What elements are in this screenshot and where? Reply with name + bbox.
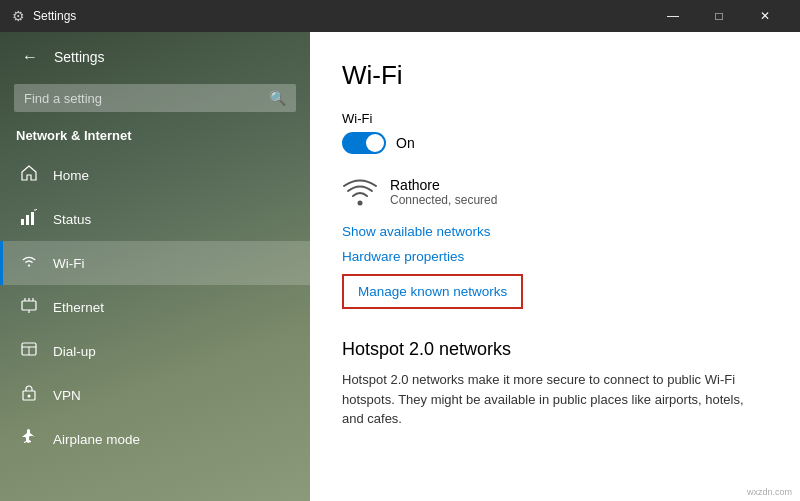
show-networks-link[interactable]: Show available networks	[342, 224, 768, 239]
wifi-toggle-row: On	[342, 132, 768, 154]
sidebar-item-vpn[interactable]: VPN	[0, 373, 310, 417]
wifi-toggle[interactable]	[342, 132, 386, 154]
wifi-label: Wi-Fi	[53, 256, 84, 271]
network-wifi-icon	[342, 174, 378, 210]
title-bar: ⚙ Settings — □ ✕	[0, 0, 800, 32]
svg-point-13	[28, 395, 31, 398]
svg-rect-1	[26, 215, 29, 225]
status-label: Status	[53, 212, 91, 227]
toggle-state-label: On	[396, 135, 415, 151]
vpn-icon	[19, 384, 39, 406]
dialup-label: Dial-up	[53, 344, 96, 359]
connected-network-row: Rathore Connected, secured	[342, 174, 768, 210]
search-button[interactable]: 🔍	[269, 90, 286, 106]
wifi-icon	[19, 252, 39, 274]
svg-rect-4	[22, 301, 36, 310]
home-icon	[19, 164, 39, 186]
app-title: Settings	[54, 49, 105, 65]
sidebar-item-wifi[interactable]: Wi-Fi	[0, 241, 310, 285]
svg-rect-0	[21, 219, 24, 225]
wifi-section-label: Wi-Fi	[342, 111, 768, 126]
dialup-icon	[19, 340, 39, 362]
sidebar-nav: Home Status	[0, 153, 310, 501]
manage-networks-link[interactable]: Manage known networks	[358, 284, 507, 299]
network-status: Connected, secured	[390, 193, 497, 207]
network-info: Rathore Connected, secured	[390, 177, 497, 207]
maximize-button[interactable]: □	[696, 0, 742, 32]
airplane-label: Airplane mode	[53, 432, 140, 447]
hotspot-section: Hotspot 2.0 networks Hotspot 2.0 network…	[342, 339, 768, 429]
close-button[interactable]: ✕	[742, 0, 788, 32]
hotspot-title: Hotspot 2.0 networks	[342, 339, 768, 360]
sidebar-item-status[interactable]: Status	[0, 197, 310, 241]
search-input[interactable]	[24, 91, 261, 106]
manage-networks-box[interactable]: Manage known networks	[342, 274, 523, 309]
status-icon	[19, 208, 39, 230]
page-title: Wi-Fi	[342, 60, 768, 91]
sidebar-item-airplane[interactable]: Airplane mode	[0, 417, 310, 461]
network-name: Rathore	[390, 177, 497, 193]
minimize-button[interactable]: —	[650, 0, 696, 32]
window-controls: — □ ✕	[650, 0, 788, 32]
sidebar-item-dialup[interactable]: Dial-up	[0, 329, 310, 373]
sidebar-section-title: Network & Internet	[0, 124, 310, 153]
hotspot-description: Hotspot 2.0 networks make it more secure…	[342, 370, 768, 429]
main-content: Wi-Fi Wi-Fi On Rathore Connected, secure…	[310, 32, 800, 501]
ethernet-label: Ethernet	[53, 300, 104, 315]
search-box[interactable]: 🔍	[14, 84, 296, 112]
watermark: wxzdn.com	[747, 487, 792, 497]
sidebar-header: ← Settings	[0, 32, 310, 78]
sidebar-item-ethernet[interactable]: Ethernet	[0, 285, 310, 329]
ethernet-icon	[19, 296, 39, 318]
vpn-label: VPN	[53, 388, 81, 403]
title-bar-title: Settings	[33, 9, 76, 23]
home-label: Home	[53, 168, 89, 183]
hardware-properties-link[interactable]: Hardware properties	[342, 249, 768, 264]
airplane-icon	[19, 428, 39, 450]
app-icon: ⚙	[12, 8, 25, 24]
app-body: ← Settings 🔍 Network & Internet Home	[0, 32, 800, 501]
sidebar-item-home[interactable]: Home	[0, 153, 310, 197]
svg-rect-2	[31, 212, 34, 225]
svg-point-14	[358, 201, 363, 206]
back-button[interactable]: ←	[16, 46, 44, 68]
sidebar: ← Settings 🔍 Network & Internet Home	[0, 32, 310, 501]
